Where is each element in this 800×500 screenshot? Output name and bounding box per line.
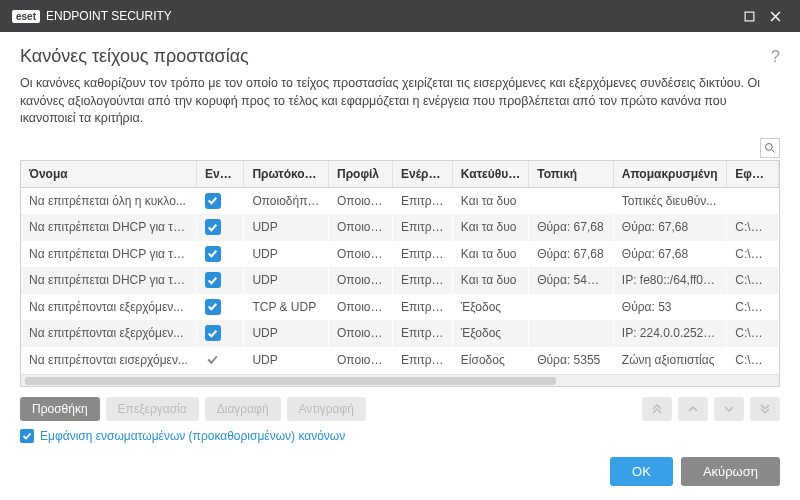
cell-remote: IP: fe80::/64,ff02... [613, 267, 727, 294]
col-direction[interactable]: Κατεύθυνση [452, 161, 528, 188]
table-row[interactable]: Να επιτρέπεται όλη η κυκλο...Οποιοδήποτε… [21, 187, 779, 214]
enabled-checkbox-off[interactable] [205, 352, 221, 368]
cell-direction: Και τα δυο [452, 214, 528, 241]
enabled-checkbox-on[interactable] [205, 246, 221, 262]
col-profile[interactable]: Προφίλ [329, 161, 393, 188]
cell-action: Επιτρέπ... [393, 267, 453, 294]
move-down-button[interactable] [714, 397, 744, 421]
cell-app: C:\Win [727, 241, 779, 268]
cell-name: Να επιτρέπεται DHCP για το... [21, 214, 196, 241]
brand-badge: eset [12, 10, 40, 23]
cell-remote: Θύρα: 67,68 [613, 241, 727, 268]
cell-name: Να επιτρέπονται εισερχόμεν... [21, 347, 196, 375]
cell-action: Επιτρέπ... [393, 347, 453, 375]
cell-app [727, 187, 779, 214]
horizontal-scrollbar[interactable] [21, 374, 779, 386]
table-body: Να επιτρέπεται όλη η κυκλο...Οποιοδήποτε… [21, 187, 779, 374]
edit-button[interactable]: Επεξεργασία [106, 397, 199, 421]
cell-direction: Και τα δυο [452, 267, 528, 294]
enabled-checkbox-on[interactable] [205, 272, 221, 288]
cell-protocol: UDP [244, 241, 329, 268]
cell-app: C:\Win [727, 320, 779, 347]
minimize-button[interactable] [736, 3, 762, 29]
col-remote[interactable]: Απομακρυσμένη [613, 161, 727, 188]
col-local[interactable]: Τοπική [529, 161, 614, 188]
page-description: Οι κανόνες καθορίζουν τον τρόπο με τον ο… [20, 75, 780, 128]
close-button[interactable] [762, 3, 788, 29]
cell-action: Επιτρέπ... [393, 294, 453, 321]
cell-action: Επιτρέπ... [393, 187, 453, 214]
cell-app: C:\Win [727, 294, 779, 321]
brand: eset ENDPOINT SECURITY [12, 9, 172, 23]
cell-remote: Ζώνη αξιοπιστίας [613, 347, 727, 375]
search-button[interactable] [760, 138, 780, 158]
cell-name: Να επιτρέπονται εξερχόμεν... [21, 320, 196, 347]
table-row[interactable]: Να επιτρέπονται εισερχόμεν...UDPΟποιοδή.… [21, 347, 779, 375]
cell-action: Επιτρέπ... [393, 241, 453, 268]
cell-enabled [196, 267, 243, 294]
cell-remote: IP: 224.0.0.252,ff... [613, 320, 727, 347]
ok-button[interactable]: OK [610, 457, 673, 486]
table-row[interactable]: Να επιτρέπονται εξερχόμεν...TCP & UDPΟπο… [21, 294, 779, 321]
cell-app: C:\Win [727, 267, 779, 294]
delete-button[interactable]: Διαγραφή [205, 397, 281, 421]
cell-enabled [196, 320, 243, 347]
help-icon[interactable]: ? [771, 48, 780, 66]
svg-rect-0 [745, 12, 754, 21]
table-row[interactable]: Να επιτρέπονται εξερχόμεν...UDPΟποιοδή..… [21, 320, 779, 347]
cell-enabled [196, 187, 243, 214]
show-builtin-checkbox[interactable] [20, 429, 34, 443]
cell-protocol: UDP [244, 214, 329, 241]
cell-local [529, 320, 614, 347]
page-title: Κανόνες τείχους προστασίας [20, 46, 249, 67]
table-row[interactable]: Να επιτρέπεται DHCP για το...UDPΟποιοδή.… [21, 214, 779, 241]
cell-direction: Είσοδος [452, 347, 528, 375]
rules-table: Όνομα Ενεργό Πρωτόκολλο Προφίλ Ενέργεια … [20, 160, 780, 388]
cell-name: Να επιτρέπεται DHCP για το... [21, 267, 196, 294]
cell-profile: Οποιοδή... [329, 294, 393, 321]
cell-remote: Θύρα: 67,68 [613, 214, 727, 241]
cell-name: Να επιτρέπεται όλη η κυκλο... [21, 187, 196, 214]
cell-app: C:\Win [727, 347, 779, 375]
move-up-button[interactable] [678, 397, 708, 421]
col-protocol[interactable]: Πρωτόκολλο [244, 161, 329, 188]
cell-profile: Οποιοδή... [329, 267, 393, 294]
cell-protocol: UDP [244, 320, 329, 347]
cell-protocol: UDP [244, 267, 329, 294]
add-button[interactable]: Προσθήκη [20, 397, 100, 421]
cell-app: C:\Win [727, 214, 779, 241]
move-top-button[interactable] [642, 397, 672, 421]
show-builtin-label[interactable]: Εμφάνιση ενσωματωμένων (προκαθορισμένων)… [40, 429, 345, 443]
cell-direction: Έξοδος [452, 320, 528, 347]
cell-local: Θύρα: 546,547 [529, 267, 614, 294]
table-header: Όνομα Ενεργό Πρωτόκολλο Προφίλ Ενέργεια … [21, 161, 779, 188]
cell-enabled [196, 214, 243, 241]
cell-local: Θύρα: 67,68 [529, 214, 614, 241]
product-name: ENDPOINT SECURITY [46, 9, 172, 23]
cell-local: Θύρα: 5355 [529, 347, 614, 375]
col-action[interactable]: Ενέργεια [393, 161, 453, 188]
enabled-checkbox-on[interactable] [205, 193, 221, 209]
enabled-checkbox-on[interactable] [205, 219, 221, 235]
cell-profile: Οποιοδή... [329, 214, 393, 241]
copy-button[interactable]: Αντιγραφή [287, 397, 366, 421]
cell-direction: Και τα δυο [452, 241, 528, 268]
table-row[interactable]: Να επιτρέπεται DHCP για το...UDPΟποιοδή.… [21, 241, 779, 268]
cell-remote: Θύρα: 53 [613, 294, 727, 321]
cell-name: Να επιτρέπεται DHCP για το... [21, 241, 196, 268]
move-bottom-button[interactable] [750, 397, 780, 421]
cell-local: Θύρα: 67,68 [529, 241, 614, 268]
cell-enabled [196, 347, 243, 375]
enabled-checkbox-on[interactable] [205, 299, 221, 315]
cancel-button[interactable]: Ακύρωση [681, 457, 780, 486]
titlebar: eset ENDPOINT SECURITY [0, 0, 800, 32]
cell-protocol: Οποιοδήποτε [244, 187, 329, 214]
cell-remote: Τοπικές διευθύν... [613, 187, 727, 214]
table-row[interactable]: Να επιτρέπεται DHCP για το...UDPΟποιοδή.… [21, 267, 779, 294]
col-app[interactable]: Εφαρμ [727, 161, 779, 188]
cell-protocol: TCP & UDP [244, 294, 329, 321]
cell-profile: Οποιοδή... [329, 347, 393, 375]
enabled-checkbox-on[interactable] [205, 325, 221, 341]
col-name[interactable]: Όνομα [21, 161, 196, 188]
col-enabled[interactable]: Ενεργό [196, 161, 243, 188]
